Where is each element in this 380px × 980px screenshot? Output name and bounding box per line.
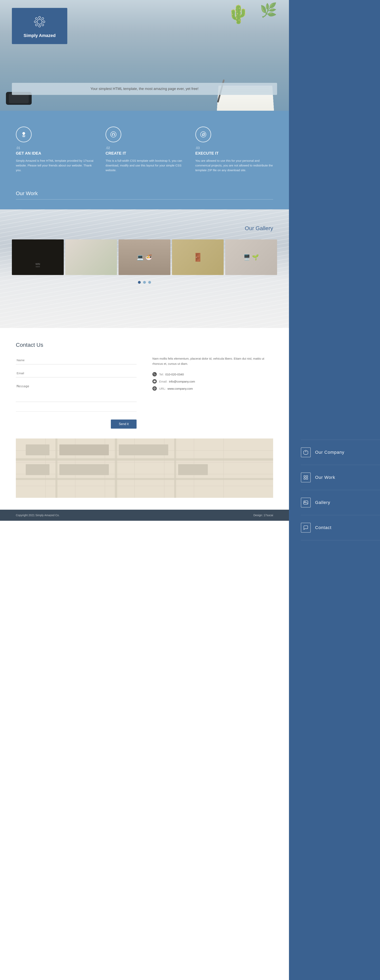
sidebar-item-our-work[interactable]: Our Work — [301, 465, 380, 490]
service-3-name: EXECUTE IT — [195, 151, 273, 156]
services-section: ♥ .01 GET AN IDEA Simply Amazed is free … — [0, 111, 289, 185]
gallery-icon — [301, 498, 311, 508]
contact-name-input[interactable] — [16, 356, 137, 364]
svg-point-11 — [35, 18, 37, 19]
sidebar: Our Company Our Work Gallery — [289, 0, 380, 521]
footer: Copyright 2021 Simply Amazed Co. Design:… — [0, 510, 289, 521]
footer-design: Design: 17sucai — [253, 514, 273, 517]
sidebar-item-gallery[interactable]: Gallery — [301, 490, 380, 515]
svg-point-18 — [111, 132, 116, 137]
svg-rect-39 — [174, 439, 176, 498]
url-label: URL: — [159, 387, 166, 390]
service-3-icon — [195, 127, 211, 142]
gallery-image-1[interactable]: WIN want — [12, 239, 64, 275]
service-item-1: ♥ .01 GET AN IDEA Simply Amazed is free … — [16, 127, 94, 173]
svg-rect-40 — [26, 444, 49, 455]
service-item-3: .03 EXECUTE IT You are allowed to use th… — [195, 127, 273, 173]
tel-value: 010-020-0340 — [165, 373, 184, 376]
service-1-name: GET AN IDEA — [16, 151, 94, 156]
contact-title: Contact Us — [16, 342, 273, 348]
svg-rect-1 — [306, 476, 308, 477]
svg-rect-38 — [115, 439, 117, 498]
gallery-label: Gallery — [315, 500, 331, 505]
tel-icon — [152, 372, 157, 376]
map-placeholder — [16, 439, 273, 498]
main-content: 🌵 🌿 — [0, 0, 289, 521]
svg-rect-0 — [304, 476, 305, 477]
service-1-number: .01 — [16, 146, 94, 150]
send-button[interactable]: Send it — [111, 420, 137, 429]
service-2-number: .02 — [105, 146, 183, 150]
gallery-dots — [0, 281, 289, 284]
svg-rect-41 — [59, 464, 109, 475]
svg-point-9 — [34, 21, 36, 23]
our-company-icon — [301, 447, 311, 457]
contact-layout: Send it Nam mollis felis elementum, plac… — [16, 356, 273, 429]
contact-section: Contact Us Send it Nam mollis felis elem… — [0, 328, 289, 439]
gallery-dot-3[interactable] — [148, 281, 151, 284]
hero-plant2-decor: 🌿 — [260, 2, 277, 18]
service-2-name: CREATE IT — [105, 151, 183, 156]
email-value: info@company.com — [169, 380, 195, 383]
map-container — [0, 439, 289, 510]
our-work-icon — [301, 473, 311, 482]
svg-point-14 — [35, 24, 37, 26]
gallery-dot-2[interactable] — [143, 281, 146, 284]
svg-point-12 — [42, 24, 44, 26]
svg-rect-45 — [59, 444, 109, 455]
svg-rect-35 — [16, 458, 273, 461]
contact-info-text: Nam mollis felis elementum, placerat dol… — [152, 356, 273, 366]
contact-info: Nam mollis felis elementum, placerat dol… — [152, 356, 273, 429]
svg-rect-15 — [22, 135, 26, 136]
contact-tel: Tel: 010-020-0340 — [152, 372, 273, 376]
hero-title: Simply Amazed — [18, 33, 61, 38]
gallery-title: Our Gallery — [0, 225, 289, 232]
svg-rect-36 — [16, 478, 273, 480]
svg-point-8 — [38, 25, 41, 27]
gallery-section: Our Gallery WIN want 🌸🌺 🌷🌻 🌹💐 — [0, 209, 289, 328]
contact-message-input[interactable] — [16, 382, 137, 402]
svg-rect-44 — [178, 464, 208, 475]
our-company-label: Our Company — [315, 450, 344, 455]
service-2-desc: This is a full-width CSS template with b… — [105, 158, 183, 173]
our-work-title: Our Work — [16, 190, 273, 199]
hero-brand-icon — [18, 16, 61, 30]
svg-rect-3 — [306, 478, 308, 479]
service-3-number: .03 — [195, 146, 273, 150]
sidebar-item-contact[interactable]: Contact — [301, 515, 380, 521]
footer-copyright: Copyright 2021 Simply Amazed Co. — [16, 514, 59, 517]
hero-tagline: Your simplest HTML template, the most am… — [12, 83, 277, 95]
service-2-icon — [105, 127, 121, 142]
our-work-label: Our Work — [315, 475, 335, 480]
hero-section: 🌵 🌿 — [0, 0, 289, 111]
svg-point-20 — [114, 135, 115, 135]
gallery-image-4[interactable]: 🚪 — [172, 239, 224, 275]
contact-url: URL: www.company.com — [152, 386, 273, 391]
hero-card: Simply Amazed — [12, 8, 67, 44]
email-icon — [152, 379, 157, 383]
service-1-desc: Simply Amazed is free HTML template prov… — [16, 158, 94, 173]
svg-rect-43 — [26, 464, 49, 475]
svg-point-7 — [38, 16, 41, 18]
svg-rect-42 — [119, 444, 168, 455]
url-icon — [152, 386, 157, 391]
sidebar-item-our-company[interactable]: Our Company — [301, 440, 380, 465]
contact-form: Send it — [16, 356, 137, 429]
service-3-desc: You are allowed to use this for your per… — [195, 158, 273, 173]
gallery-image-3[interactable]: 💻 🍜 — [118, 239, 171, 275]
service-1-icon: ♥ — [16, 127, 32, 142]
contact-email: Email: info@company.com — [152, 379, 273, 383]
gallery-images: WIN want 🌸🌺 🌷🌻 🌹💐 💻 🍜 🚪 — [0, 239, 289, 275]
gallery-dot-1[interactable] — [138, 281, 141, 284]
svg-point-6 — [37, 19, 42, 24]
url-value: www.company.com — [168, 387, 193, 390]
hero-plant-decor: 🌵 — [227, 4, 249, 25]
svg-text:♥: ♥ — [23, 132, 24, 135]
svg-rect-2 — [304, 478, 305, 479]
email-label: Email: — [159, 380, 168, 383]
contact-email-input[interactable] — [16, 369, 137, 377]
gallery-image-2[interactable]: 🌸🌺 🌷🌻 🌹💐 — [65, 239, 117, 275]
svg-point-13 — [42, 18, 44, 19]
service-item-2: .02 CREATE IT This is a full-width CSS t… — [105, 127, 183, 173]
gallery-image-5[interactable]: 🖥️ 🌱 — [225, 239, 277, 275]
